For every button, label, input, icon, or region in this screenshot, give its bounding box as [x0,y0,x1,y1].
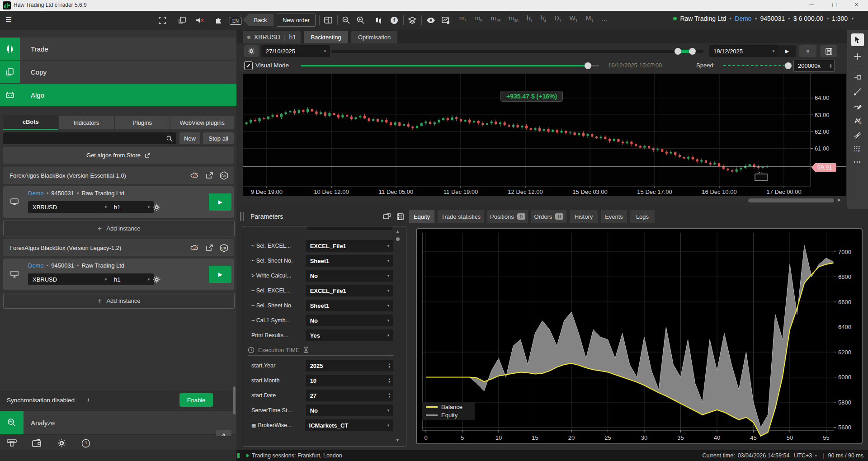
main-menu-button[interactable]: ≡ [5,13,12,26]
indicators-layers-icon[interactable] [408,16,417,25]
start-backtest-button[interactable]: ▶ [778,45,796,57]
help-icon[interactable]: ? [81,439,90,448]
back-button[interactable]: Back [243,14,274,26]
timeframe-w1[interactable]: W1 [570,14,578,23]
parameter-dropdown[interactable]: No▼ [306,405,393,416]
deposit-icon[interactable] [7,439,17,448]
parameter-dropdown[interactable]: EXCEL_File1▼ [306,240,393,252]
timeframe-mn1[interactable]: M1 [586,14,594,23]
sidebar-item-algo[interactable]: Algo [0,84,236,106]
detach-panel-icon[interactable] [383,213,391,220]
trend-line-tool-icon[interactable] [854,88,862,96]
timeframe-select[interactable]: h1▼ [109,201,154,213]
speed-handle[interactable] [785,62,792,69]
cbot-instance-card[interactable]: Demo • 9450031 • Raw Trading Ltd XBRUSD▼… [3,186,234,218]
account-selector[interactable]: Raw Trading Ltd • Demo • 9450031 • $ 6 0… [673,15,854,22]
settings-gear-icon[interactable] [57,439,66,447]
cbot-instance-card[interactable]: Demo • 9450031 • Raw Trading Ltd XBRUSD▼… [3,259,234,290]
cascade-windows-icon[interactable] [178,16,186,24]
timeframe-h4[interactable]: h4 [541,14,547,23]
parameter-stepper[interactable]: 10▲▼ [306,375,393,386]
zoom-out-icon[interactable] [342,16,351,25]
csharp-source-icon[interactable]: C# [220,244,228,252]
parameter-dropdown[interactable]: ICMarkets_CT▼ [305,419,393,431]
timeframe-m15[interactable]: m15 [491,14,500,23]
range-handle-end[interactable] [689,48,696,55]
sidebar-scrollbar[interactable] [233,386,236,414]
save-parameters-icon[interactable] [397,213,404,220]
parameter-dropdown[interactable]: EXCEL_File1▼ [306,285,393,296]
parameter-stepper[interactable]: 27▲▼ [306,390,393,401]
timeframe-d1[interactable]: D1 [554,14,561,23]
add-instance-button[interactable]: + Add instance [3,221,235,236]
playback-handle[interactable] [585,62,591,69]
tab-chart-xbrusd[interactable]: XBRUSD | h1 [243,31,301,43]
tab-positions[interactable]: Positions0 [487,210,528,223]
share-algo-icon[interactable] [206,172,213,179]
backtest-settings-button[interactable] [244,45,259,57]
fibonacci-tool-icon[interactable]: F [854,146,862,153]
freehand-draw-tool-icon[interactable] [854,102,862,110]
chart-type-candles-icon[interactable] [374,16,383,25]
equity-chart[interactable]: 7000680066006400620060005800560005101520… [416,228,863,444]
close-button[interactable]: ✕ [854,2,859,8]
chart-layout-icon[interactable] [324,16,333,25]
speed-slider[interactable] [723,65,790,66]
add-instance-button[interactable]: + Add instance [3,293,235,309]
start-cbot-button[interactable]: ▶ [209,193,231,211]
cloud-off-icon[interactable] [190,172,199,179]
speed-value-spinner[interactable]: 200000x ▲ ▼ [793,60,835,72]
tab-events[interactable]: Events [601,210,627,223]
start-date-select[interactable]: 27/10/2025▼ [261,45,330,57]
stepper-down-icon[interactable]: ▼ [388,381,391,383]
instance-settings-gear-icon[interactable] [153,203,160,211]
share-algo-icon[interactable] [206,244,213,251]
parameter-dropdown[interactable]: Sheet1▼ [306,300,393,311]
timeframe-m1[interactable]: m1 [459,14,467,23]
minimize-button[interactable]: — [809,2,814,7]
cbot-search-input[interactable] [3,132,176,144]
stop-all-button[interactable]: Stop all [203,132,234,144]
params-scroll-up-icon[interactable]: ▲ [396,229,400,234]
start-cbot-button[interactable]: ▶ [209,266,231,283]
chart-h-scrollbar[interactable] [748,198,834,202]
sidebar-item-analyze[interactable]: Analyze [0,410,236,435]
pattern-tool-icon[interactable]: E [854,117,862,125]
preview-eye-icon[interactable] [426,16,436,25]
timezone-dropdown-icon[interactable]: ▼ [814,454,817,457]
tab-plugins[interactable]: Plugins [115,116,170,129]
tab-history[interactable]: History [570,210,598,223]
tab-indicators[interactable]: Indicators [59,116,113,129]
tab-logs[interactable]: Logs [630,210,655,223]
timeframe-m30[interactable]: m30 [509,14,519,23]
parameter-dropdown[interactable]: No▼ [306,270,393,282]
cursor-tool-button[interactable] [851,33,864,46]
spinner-down-icon[interactable]: ▼ [829,66,832,69]
info-icon[interactable]: i [87,396,89,404]
timeframe-h1[interactable]: h1 [527,14,533,23]
crosshair-tool-icon[interactable] [854,52,862,61]
tab-trade-statistics[interactable]: Trade statistics [438,210,484,223]
chart-settings-icon[interactable] [441,16,450,25]
magnet-snap-tool-icon[interactable] [854,74,862,81]
csharp-source-icon[interactable]: C# [220,171,228,180]
instance-settings-gear-icon[interactable] [153,276,160,283]
playback-progress-slider[interactable] [301,65,599,66]
more-tools-icon[interactable]: ••• [854,160,862,165]
timeframe-m5[interactable]: m5 [475,14,483,23]
parameter-dropdown[interactable]: No▼ [306,315,393,326]
stepper-down-icon[interactable]: ▼ [388,366,391,368]
enable-sync-button[interactable]: Enable [179,393,213,407]
tab-webview-plugins[interactable]: WebView plugins [170,116,234,129]
range-handle-start[interactable] [675,48,681,55]
symbol-select[interactable]: XBRUSD▼ [28,273,111,285]
new-order-button[interactable]: New order [277,14,316,27]
parameters-section-header[interactable]: Execution TIME [248,344,397,355]
channel-tool-icon[interactable] [854,131,862,139]
parameter-dropdown[interactable]: Yes▼ [306,329,393,341]
stepper-down-icon[interactable]: ▼ [388,395,391,398]
mute-icon[interactable] [195,16,204,24]
tab-backtesting[interactable]: Backtesting [304,31,348,43]
sidebar-item-trade[interactable]: Trade [0,38,236,60]
language-button[interactable]: EN [230,17,241,25]
